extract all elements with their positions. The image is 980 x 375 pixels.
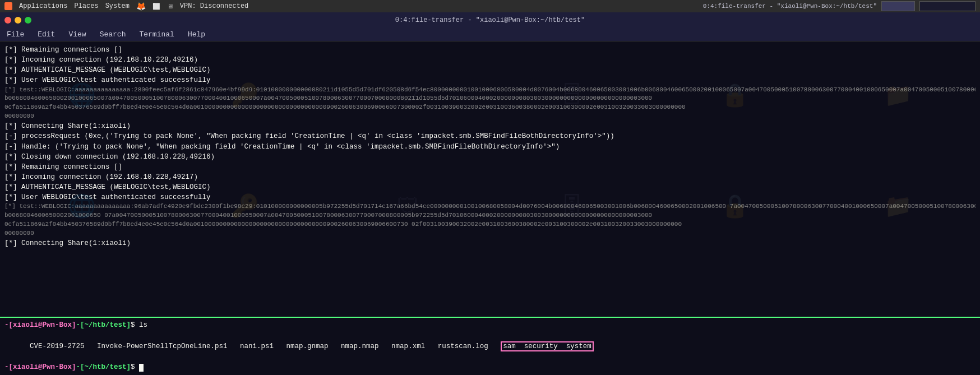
prompt-user2: -[xiaoli@Pwn-Box]	[4, 362, 76, 373]
terminal-line-12: [*] AUTHENTICATE_MESSAGE (WEBLOGIC\test,…	[4, 182, 976, 192]
system-bar: Applications Places System 🦊 ⬜ 🖥 VPN: Di…	[0, 0, 980, 12]
firefox-icon[interactable]: 🦊	[136, 2, 146, 11]
search-menu[interactable]: Search	[98, 29, 128, 40]
prompt-dollar1: $	[131, 320, 139, 331]
extra-icon1: ⬜	[152, 3, 160, 10]
title-bar: 0:4:file-transfer - "xiaoli@Pwn-Box:~/ht…	[0, 12, 980, 28]
ls-output: CVE-2019-2725 Invoke-PowerShellTcpOneLin…	[4, 331, 976, 362]
terminal-line-1: [*] Remaining connections []	[4, 45, 976, 55]
prompt-dollar2: $	[131, 362, 139, 373]
vpn-status: VPN: Disconnected	[180, 2, 248, 10]
help-menu[interactable]: Help	[186, 29, 207, 40]
taskbar-thumbnail2[interactable]	[919, 1, 976, 11]
taskbar-thumbnail1[interactable]	[881, 1, 915, 11]
prompt-line2: -[xiaoli@Pwn-Box]-[~/htb/test]$	[4, 362, 976, 373]
terminal-content[interactable]: 🌐 🔑 🛡 🗄 🔒 📁 🌐 🔑 🛡 🗄 🔒 📁 [*] Remaining co…	[0, 41, 980, 375]
terminal-cursor	[139, 364, 144, 372]
window-title: 0:4:file-transfer - "xiaoli@Pwn-Box:~/ht…	[395, 16, 585, 24]
terminal-line-15: [*] Connecting Share(1:xiaoli)	[4, 238, 976, 248]
terminal-line-7: [-] processRequest (0xe,('Trying to pack…	[4, 131, 976, 141]
terminal-line-14: [*] test::WEBLOGIC:aaaaaaaaaaaaaaa:96ab7…	[4, 202, 976, 211]
terminal-line-13: [*] User WEBLOGIC\test authenticated suc…	[4, 192, 976, 202]
terminal-line-10: [*] Remaining connections []	[4, 162, 976, 172]
extra-icon2: 🖥	[167, 3, 173, 10]
minimize-button[interactable]	[15, 17, 21, 24]
terminal-line-11: [*] Incoming connection (192.168.10.228,…	[4, 172, 976, 182]
terminal-line-6: [*] Connecting Share(1:xiaoli)	[4, 121, 976, 131]
taskbar-right: 0:4:file-transfer - "xiaoli@Pwn-Box:~/ht…	[703, 1, 976, 11]
app-icon	[4, 2, 12, 10]
applications-menu[interactable]: Applications	[19, 2, 67, 10]
app-icon-row	[4, 2, 12, 10]
terminal-menu[interactable]: Terminal	[137, 29, 176, 40]
terminal-line-14b: b0068004600650002001000650 07a0047005000…	[4, 211, 976, 220]
file-menu[interactable]: File	[4, 29, 26, 40]
edit-menu[interactable]: Edit	[35, 29, 57, 40]
terminal-line-5: [*] test::WEBLOGIC:aaaaaaaaaaaaaaa:2800f…	[4, 86, 976, 95]
window-controls[interactable]	[4, 17, 31, 24]
terminal-line-5b: b006800460065000200100065007a00470050005…	[4, 94, 976, 103]
prompt-path2: -[~/htb/test]	[76, 362, 131, 373]
close-button[interactable]	[4, 17, 11, 24]
terminal-line-4: [*] User WEBLOGIC\test authenticated suc…	[4, 75, 976, 85]
sam-security-system: sam security system	[501, 341, 594, 351]
terminal-line-5d: 00000000	[4, 112, 976, 121]
menu-bar: File Edit View Search Terminal Help	[0, 28, 980, 41]
terminal-line-3: [*] AUTHENTICATE_MESSAGE (WEBLOGIC\test,…	[4, 65, 976, 75]
places-menu[interactable]: Places	[74, 2, 98, 10]
terminal-line-8: [-] Handle: ('Trying to pack None', "Whe…	[4, 142, 976, 152]
terminal-line-14c: 0cfa511869a2f04bb450376589d0bff7b8ed4e0e…	[4, 220, 976, 229]
maximize-button[interactable]	[25, 17, 31, 24]
terminal-line-14d: 00000000	[4, 229, 976, 238]
view-menu[interactable]: View	[66, 29, 88, 40]
title-label: 0:4:file-transfer - "xiaoli@Pwn-Box:~/ht…	[703, 3, 877, 10]
bottom-section: -[xiaoli@Pwn-Box]-[~/htb/test]$ ls CVE-2…	[0, 317, 980, 375]
terminal-line-2: [*] Incoming connection (192.168.10.228,…	[4, 55, 976, 65]
terminal-line-9: [*] Closing down connection (192.168.10.…	[4, 152, 976, 162]
system-menu[interactable]: System	[105, 2, 130, 10]
ls-command: ls	[139, 320, 147, 331]
terminal-line-5c: 0cfa511869a2f04bb450376589d0bff7b8ed4e0e…	[4, 103, 976, 112]
prompt-ls-line: -[xiaoli@Pwn-Box]-[~/htb/test]$ ls	[4, 320, 976, 331]
prompt-user1: -[xiaoli@Pwn-Box]	[4, 320, 76, 331]
ls-file-cve: CVE-2019-2725 Invoke-PowerShellTcpOneLin…	[30, 342, 501, 350]
prompt-path1: -[~/htb/test]	[76, 320, 131, 331]
